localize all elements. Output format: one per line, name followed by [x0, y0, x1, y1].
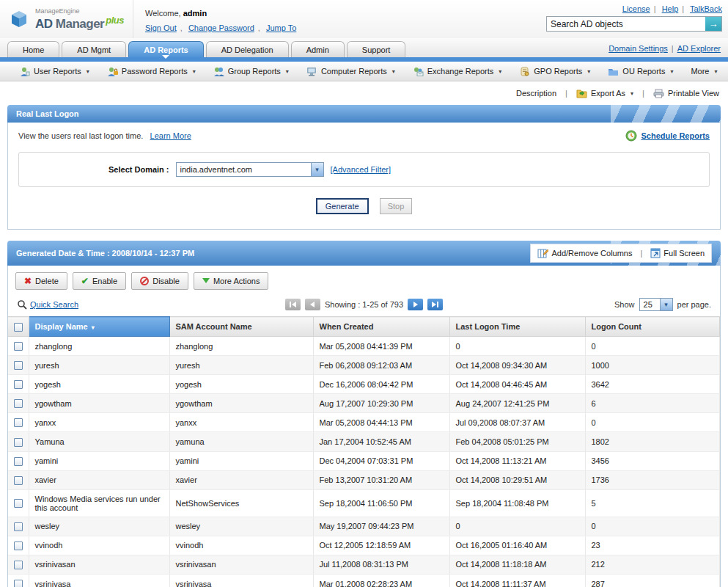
- table-cell: Jul 09,2008 08:07:37 AM: [449, 413, 585, 432]
- chevron-down-icon: ▾: [587, 68, 590, 75]
- column-sam-account-name[interactable]: SAM Account Name: [169, 317, 313, 337]
- table-row: Windows Media services run under this ac…: [8, 489, 720, 517]
- disable-button[interactable]: Disable: [131, 272, 188, 290]
- pagination-last-button[interactable]: [427, 299, 443, 310]
- row-checkbox[interactable]: [14, 457, 23, 466]
- row-checkbox[interactable]: [14, 361, 23, 370]
- table-cell: vvinodh: [29, 536, 169, 555]
- menu-ou-reports[interactable]: OU Reports▾: [608, 67, 673, 76]
- per-page-select[interactable]: 25 ▾: [639, 298, 673, 311]
- page-actions-row: Description | Export As▾ | Printable Vie…: [0, 81, 728, 105]
- menu-password-reports[interactable]: Password Reports▾: [107, 67, 196, 76]
- row-checkbox[interactable]: [14, 580, 23, 587]
- pagination-first-button[interactable]: [285, 299, 301, 310]
- row-checkbox[interactable]: [14, 380, 23, 389]
- table-header-row: Display Name▾ SAM Account Name When Crea…: [8, 317, 720, 337]
- column-last-logon-time[interactable]: Last Logon Time: [449, 317, 585, 337]
- table-cell: Dec 16,2006 08:04:42 PM: [313, 375, 449, 394]
- table-cell: zhanglong: [169, 337, 313, 356]
- sign-out-link[interactable]: Sign Out: [145, 23, 177, 32]
- menu-user-reports[interactable]: User Reports▾: [19, 67, 89, 76]
- row-checkbox-cell: [8, 356, 29, 375]
- enable-button[interactable]: ✔ Enable: [73, 272, 126, 290]
- chevron-down-icon: ▾: [630, 90, 633, 97]
- ad-search-input[interactable]: [547, 17, 705, 31]
- table-cell: zhanglong: [29, 337, 169, 356]
- learn-more-link[interactable]: Learn More: [150, 131, 191, 140]
- ad-explorer-link[interactable]: AD Explorer: [677, 44, 721, 53]
- column-display-name[interactable]: Display Name▾: [29, 317, 169, 337]
- domain-select[interactable]: india.adventnet.com ▾: [176, 162, 324, 177]
- full-screen-button[interactable]: Full Screen: [650, 248, 705, 258]
- table-cell: Dec 04,2004 07:03:31 PM: [313, 451, 449, 470]
- add-remove-columns-button[interactable]: Add/Remove Columns: [537, 248, 632, 258]
- row-checkbox[interactable]: [14, 499, 23, 508]
- pagination-next-button[interactable]: [408, 299, 423, 310]
- table-cell: ygowtham: [29, 394, 169, 413]
- table-cell: yuresh: [169, 356, 313, 375]
- pagination-prev-button[interactable]: [305, 299, 320, 310]
- column-when-created[interactable]: When Created: [313, 317, 449, 337]
- report-table-body: zhanglongzhanglongMar 05,2008 04:41:39 P…: [8, 337, 720, 587]
- more-actions-button[interactable]: More Actions: [194, 272, 269, 290]
- table-cell: Mar 05,2008 04:44:13 PM: [313, 413, 449, 432]
- table-cell: 0: [449, 337, 585, 356]
- menu-exchange-reports[interactable]: Exchange Reports▾: [413, 67, 502, 76]
- table-cell: Oct 14,2008 11:11:37 AM: [449, 575, 585, 587]
- welcome-area: Welcome, admin Sign Out, Change Password…: [133, 0, 296, 38]
- row-checkbox[interactable]: [14, 342, 23, 351]
- schedule-reports-link[interactable]: Schedule Reports: [625, 130, 710, 142]
- menu-group-reports[interactable]: Group Reports▾: [213, 67, 289, 76]
- tab-support[interactable]: Support: [347, 41, 406, 57]
- row-checkbox[interactable]: [14, 561, 23, 569]
- column-logon-count[interactable]: Logon Count: [585, 317, 720, 337]
- row-checkbox[interactable]: [14, 438, 23, 447]
- quick-search-link[interactable]: Quick Search: [30, 300, 78, 309]
- row-checkbox[interactable]: [14, 522, 23, 531]
- jump-to-link[interactable]: Jump To: [266, 23, 296, 32]
- table-row: xavierxavierFeb 13,2007 10:31:20 AMOct 1…: [8, 470, 720, 489]
- schedule-clock-icon: [625, 130, 637, 142]
- printable-view-button[interactable]: Printable View: [653, 89, 719, 98]
- table-cell: Oct 16,2005 01:16:40 AM: [449, 536, 585, 555]
- select-all-header[interactable]: [8, 317, 29, 337]
- ou-folder-icon: [608, 67, 619, 76]
- table-cell: yanxx: [29, 413, 169, 432]
- tab-home[interactable]: Home: [7, 41, 59, 57]
- delete-button[interactable]: ✖ Delete: [15, 272, 67, 290]
- menu-computer-reports[interactable]: Computer Reports▾: [306, 67, 395, 76]
- tab-ad-delegation[interactable]: AD Delegation: [206, 41, 289, 57]
- check-icon: ✔: [81, 276, 89, 286]
- table-cell: wesley: [29, 517, 169, 536]
- export-as-button[interactable]: Export As▾: [576, 89, 633, 98]
- menu-gpo-reports[interactable]: GPO Reports▾: [519, 67, 590, 76]
- tab-ad-mgmt[interactable]: AD Mgmt: [62, 41, 126, 57]
- row-checkbox[interactable]: [14, 399, 23, 408]
- stop-button: Stop: [380, 198, 413, 214]
- row-checkbox[interactable]: [14, 418, 23, 427]
- username: admin: [183, 9, 207, 18]
- logo-cube-icon: [7, 9, 31, 29]
- menu-more[interactable]: More▾: [691, 67, 717, 76]
- search-go-button[interactable]: →: [705, 17, 721, 31]
- tab-admin[interactable]: Admin: [291, 41, 345, 57]
- license-link[interactable]: License: [622, 4, 650, 13]
- talkback-link[interactable]: TalkBack: [690, 4, 722, 13]
- generate-button[interactable]: Generate: [316, 198, 369, 214]
- description-toggle[interactable]: Description: [516, 89, 556, 98]
- table-cell: Oct 14,2008 11:13:21 AM: [449, 451, 585, 470]
- tab-ad-reports[interactable]: AD Reports: [128, 41, 204, 57]
- row-checkbox[interactable]: [14, 476, 23, 485]
- domain-settings-link[interactable]: Domain Settings: [608, 44, 668, 53]
- help-link[interactable]: Help: [662, 4, 679, 13]
- select-all-checkbox[interactable]: [14, 323, 23, 332]
- table-cell: Feb 06,2008 09:12:03 AM: [313, 356, 449, 375]
- report-description: View the users real last logon time.: [18, 131, 143, 140]
- report-panel-header: Real Last Logon: [7, 105, 721, 123]
- change-password-link[interactable]: Change Password: [188, 23, 254, 32]
- top-header: ManageEngine AD Managerplus Welcome, adm…: [0, 0, 728, 38]
- table-cell: vsrinivasa: [29, 575, 169, 587]
- advanced-filter-link[interactable]: [Advanced Filter]: [331, 165, 391, 174]
- app-logo: ManageEngine AD Managerplus: [0, 0, 133, 38]
- row-checkbox[interactable]: [14, 542, 23, 550]
